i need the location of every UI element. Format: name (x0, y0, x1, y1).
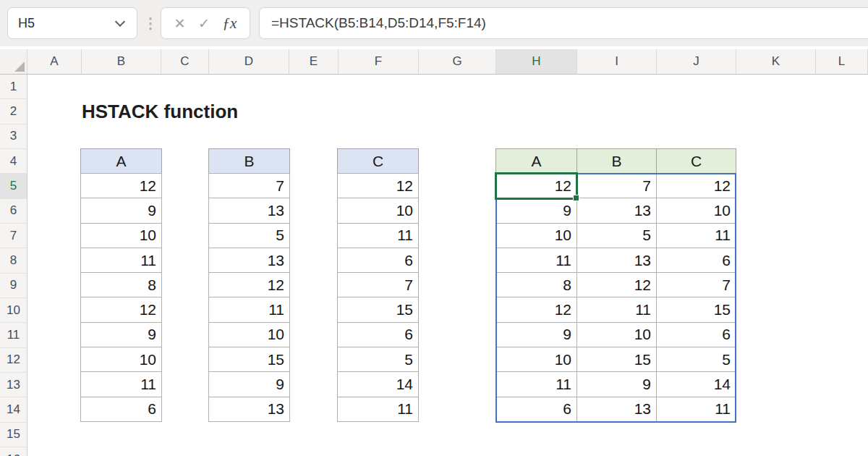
table-cell[interactable]: 5 (337, 347, 419, 372)
column-header-F[interactable]: F (339, 49, 419, 74)
table-cell[interactable]: 9 (80, 198, 162, 223)
result-cell[interactable]: 14 (657, 372, 736, 397)
result-cell[interactable]: 7 (657, 273, 736, 297)
row-header-4[interactable]: 4 (0, 149, 27, 174)
row-header-1[interactable]: 1 (0, 75, 27, 99)
result-cell[interactable]: 6 (657, 248, 736, 273)
result-cell[interactable]: 11 (495, 372, 577, 397)
table-cell[interactable]: 10 (80, 223, 162, 248)
table-cell[interactable]: 12 (80, 297, 162, 322)
row-header-3[interactable]: 3 (0, 124, 27, 149)
table-cell[interactable]: 13 (208, 198, 290, 223)
result-table-header[interactable]: A (495, 148, 577, 174)
row-header-7[interactable]: 7 (0, 224, 27, 248)
table-cell[interactable]: 12 (208, 272, 290, 297)
column-header-A[interactable]: A (27, 49, 82, 74)
table-cell[interactable]: 6 (80, 397, 162, 422)
result-cell[interactable]: 6 (657, 323, 736, 347)
table-cell[interactable]: 11 (208, 297, 290, 322)
confirm-icon[interactable]: ✓ (198, 17, 210, 30)
column-header-K[interactable]: K (736, 49, 816, 74)
row-header-6[interactable]: 6 (0, 199, 27, 224)
column-header-C[interactable]: C (161, 49, 209, 74)
table-cell[interactable]: 8 (80, 272, 162, 297)
column-header-E[interactable]: E (289, 49, 339, 74)
cancel-icon[interactable]: ✕ (174, 17, 186, 30)
table-cell[interactable]: 12 (337, 173, 419, 198)
table-cell[interactable]: 12 (80, 173, 162, 198)
result-cell[interactable]: 9 (577, 372, 657, 397)
table-cell[interactable]: 10 (80, 347, 162, 372)
result-cell[interactable]: 8 (495, 273, 577, 297)
row-header-12[interactable]: 12 (0, 348, 27, 373)
row-header-8[interactable]: 8 (0, 248, 27, 273)
result-cell[interactable]: 12 (495, 174, 577, 198)
result-cell[interactable]: 9 (495, 198, 577, 223)
result-cell[interactable]: 12 (495, 297, 577, 322)
name-box[interactable]: H5 (7, 7, 137, 39)
table-cell[interactable]: 9 (208, 371, 290, 397)
result-cell[interactable]: 12 (657, 174, 736, 198)
row-header-16[interactable]: 16 (0, 447, 27, 456)
column-header-J[interactable]: J (657, 49, 736, 74)
formula-bar[interactable]: =HSTACK(B5:B14,D5:D14,F5:F14) (259, 7, 868, 39)
column-header-I[interactable]: I (577, 49, 657, 74)
table-cell[interactable]: 7 (337, 272, 419, 297)
result-table-header[interactable]: B (576, 148, 657, 174)
row-header-15[interactable]: 15 (0, 423, 27, 447)
result-cell[interactable]: 6 (495, 397, 577, 422)
result-cell[interactable]: 11 (657, 224, 736, 248)
table-cell[interactable]: 10 (337, 198, 419, 223)
column-header-H[interactable]: H (496, 49, 577, 74)
table-cell[interactable]: 13 (208, 397, 290, 422)
table-cell[interactable]: 14 (337, 371, 419, 397)
table-cell[interactable]: 9 (80, 322, 162, 347)
table-cell[interactable]: 7 (208, 173, 290, 198)
result-cell[interactable]: 11 (495, 248, 577, 273)
table-cell[interactable]: 6 (337, 322, 419, 347)
result-cell[interactable]: 10 (577, 323, 657, 347)
row-header-10[interactable]: 10 (0, 298, 27, 323)
table-cell[interactable]: 10 (208, 322, 290, 347)
table-cell[interactable]: 11 (80, 248, 162, 273)
column-header-L[interactable]: L (816, 49, 868, 74)
table-cell[interactable]: 6 (337, 248, 419, 273)
row-header-9[interactable]: 9 (0, 274, 27, 298)
fill-handle[interactable] (573, 195, 579, 201)
result-cell[interactable]: 15 (577, 347, 657, 372)
result-cell[interactable]: 10 (495, 347, 577, 372)
chevron-down-icon[interactable] (115, 16, 125, 26)
source-table-header[interactable]: A (80, 148, 162, 174)
result-cell[interactable]: 15 (657, 297, 736, 322)
result-cell[interactable]: 10 (657, 198, 736, 223)
result-cell[interactable]: 12 (577, 273, 657, 297)
result-cell[interactable]: 5 (577, 224, 657, 248)
table-cell[interactable]: 13 (208, 248, 290, 273)
column-header-G[interactable]: G (419, 49, 496, 74)
row-header-11[interactable]: 11 (0, 323, 27, 347)
result-cell[interactable]: 13 (577, 248, 657, 273)
source-table-header[interactable]: C (337, 148, 419, 174)
result-cell[interactable]: 5 (657, 347, 736, 372)
result-table-header[interactable]: C (656, 148, 736, 174)
result-cell[interactable]: 11 (657, 397, 736, 422)
result-cell[interactable]: 10 (495, 224, 577, 248)
select-all-corner[interactable] (0, 49, 27, 74)
row-header-14[interactable]: 14 (0, 397, 27, 422)
table-cell[interactable]: 15 (208, 347, 290, 372)
column-header-D[interactable]: D (209, 49, 289, 74)
column-header-B[interactable]: B (82, 49, 161, 74)
table-cell[interactable]: 11 (337, 223, 419, 248)
table-cell[interactable]: 5 (208, 223, 290, 248)
result-cell[interactable]: 7 (577, 174, 657, 198)
result-cell[interactable]: 11 (577, 297, 657, 322)
row-header-2[interactable]: 2 (0, 99, 27, 124)
row-header-13[interactable]: 13 (0, 373, 27, 397)
table-cell[interactable]: 15 (337, 297, 419, 322)
table-cell[interactable]: 11 (80, 371, 162, 397)
source-table-header[interactable]: B (208, 148, 290, 174)
row-header-5[interactable]: 5 (0, 174, 27, 198)
insert-function-icon[interactable]: ƒx (223, 14, 237, 33)
result-cell[interactable]: 13 (577, 198, 657, 223)
result-cell[interactable]: 13 (577, 397, 657, 422)
